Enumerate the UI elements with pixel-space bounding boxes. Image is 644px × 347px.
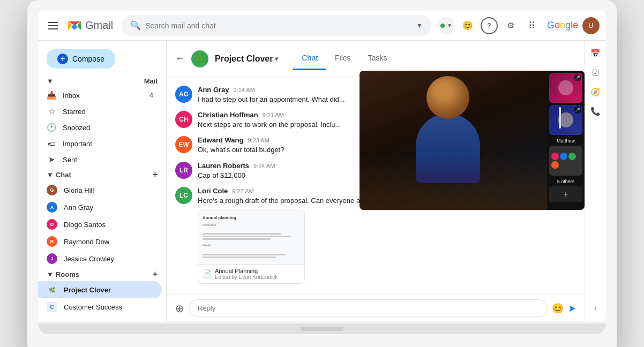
apps-grid-button[interactable]: ⠿ [523,17,541,34]
sidebar-item-ann[interactable]: A Ann Gray [38,199,162,216]
yosemite-icon: 🏔 [47,319,57,321]
rooms-add-icon[interactable]: + [153,269,158,279]
sidebar-item-gloria[interactable]: G Gloria Hill [38,182,162,199]
add-participant-button[interactable]: + [549,186,582,202]
important-label: Important [63,140,92,148]
menu-icon[interactable] [44,17,62,34]
sidebar-item-customer-success[interactable]: C Customer Success [38,298,162,315]
sidebar-item-raymond[interactable]: R Raymond Dow [38,233,162,250]
laptop-notch [301,327,343,331]
message-5-sender: Lori Cole [198,187,228,195]
status-indicator[interactable]: ▼ [438,17,455,34]
gloria-label: Gloria Hill [64,186,94,194]
sent-label: Sent [63,156,77,164]
message-1-sender: Ann Gray [198,86,229,94]
phone-panel-icon[interactable]: 📞 [587,103,604,120]
chat-section-label: Chat [56,171,71,179]
video-more-participants[interactable] [549,146,582,176]
snoozed-label: Snoozed [63,124,90,132]
chat-add-icon[interactable]: + [153,170,158,179]
tab-files[interactable]: Files [326,47,360,70]
sidebar-item-project-clover[interactable]: 🌿 Project Clover [38,281,162,298]
sent-icon: ➤ [47,155,56,164]
compose-button[interactable]: + Compose [47,49,115,69]
participant-1-mic-off: 🎤 [574,74,581,81]
lori-avatar: LC [175,187,192,204]
message-3-sender: Edward Wang [198,136,243,144]
room-title-chevron: ▾ [275,55,278,63]
sidebar-item-sent[interactable]: ➤ Sent [38,152,162,168]
diogo-avatar: D [47,219,57,230]
chat-area: ← 🌿 Project Clover ▾ Chat Files Tasks [167,41,585,321]
help-button[interactable]: ? [481,17,498,34]
add-attachment-button[interactable]: ⊕ [175,302,184,315]
calendar-panel-icon[interactable]: 📅 [587,45,604,62]
inbox-badge: 4 [149,92,153,99]
expand-panel-icon[interactable]: › [587,300,604,317]
google-logo: Google [547,20,578,31]
video-thumb-matthew[interactable]: 🎤 [549,105,582,135]
rooms-section-header[interactable]: ▼ Rooms + [38,267,166,281]
emoji-button[interactable]: 😊 [459,17,476,34]
send-button[interactable]: ➤ [568,303,576,314]
back-button[interactable]: ← [175,53,185,64]
video-thumb-1[interactable]: 🎤 [549,73,582,103]
jessica-avatar: J [47,253,57,264]
gmail-title: Gmail [85,19,113,32]
scrollbar[interactable] [559,71,562,296]
document-card[interactable]: Annual planning Overview Goals [198,210,305,284]
reply-input[interactable] [189,299,548,317]
sidebar-item-jessica[interactable]: J Jessica Crowley [38,250,162,267]
ann-avatar: A [47,202,57,213]
tab-tasks[interactable]: Tasks [360,47,396,70]
tab-chat[interactable]: Chat [293,47,326,70]
search-chevron-icon[interactable]: ▼ [416,22,423,29]
settings-button[interactable]: ⚙ [502,17,519,34]
message-2-sender: Christian Hoffman [198,111,258,119]
search-icon: 🔍 [130,20,141,31]
doc-info-area: Annual Planning Edited by Evan Kortendic… [215,268,278,280]
todo-panel-icon[interactable]: ☑ [587,64,604,81]
sidebar-item-yosemite[interactable]: 🏔 Yosemite offsite [38,315,162,321]
sidebar-item-starred[interactable]: ☆ Starred [38,103,162,119]
compass-panel-icon[interactable]: 🧭 [587,84,604,101]
doc-subtitle: Edited by Evan Kortendick [215,274,278,280]
gmail-m-icon [66,17,83,34]
sidebar-item-diogo[interactable]: D Diogo Santos [38,216,162,233]
search-bar[interactable]: 🔍 ▼ [122,15,431,36]
mail-section-arrow: ▼ [47,77,54,85]
jessica-label: Jessica Crowley [64,255,114,263]
message-4-time: 9:24 AM [253,163,275,169]
sidebar-item-snoozed[interactable]: 🕐 Snoozed [38,119,162,135]
sidebar-item-important[interactable]: 🏷 Important [38,135,162,152]
mail-section-header[interactable]: ▼ Mail [38,75,166,87]
gloria-avatar: G [47,185,57,195]
sidebar-item-inbox[interactable]: 📥 Inbox 4 [38,87,162,103]
compose-plus-icon: + [57,54,68,64]
doc-preview-title: Annual planning [203,215,300,221]
video-sidebar: 🎤 🎤 Matthew [547,71,585,210]
ann-label: Ann Gray [64,203,93,212]
ann-gray-avatar: AG [175,86,192,103]
rooms-section-arrow: ▼ [47,270,54,278]
chevron-down-icon: ▼ [447,22,452,28]
online-dot [440,24,445,28]
user-avatar[interactable]: U [582,17,600,34]
compose-label: Compose [72,55,104,63]
raymond-label: Raymond Dow [64,238,109,246]
message-1-time: 9:14 AM [234,87,255,93]
room-avatar: 🌿 [191,50,208,67]
message-3-time: 9:23 AM [248,137,269,144]
mail-section-label: Mail [144,77,158,85]
search-input[interactable] [145,21,412,30]
chat-section-header[interactable]: ▼ Chat + [38,168,166,182]
emoji-reaction-button[interactable]: 😊 [552,303,564,314]
doc-preview: Annual planning Overview Goals [198,210,304,264]
inbox-label: Inbox [63,92,80,100]
starred-label: Starred [63,108,86,116]
project-clover-icon: 🌿 [47,284,57,295]
chat-room-title[interactable]: Project Clover ▾ [215,54,278,64]
doc-preview-body: Overview Goals [203,223,300,259]
participant-thumbnails [549,150,582,171]
message-2-time: 9:21 AM [263,112,284,118]
